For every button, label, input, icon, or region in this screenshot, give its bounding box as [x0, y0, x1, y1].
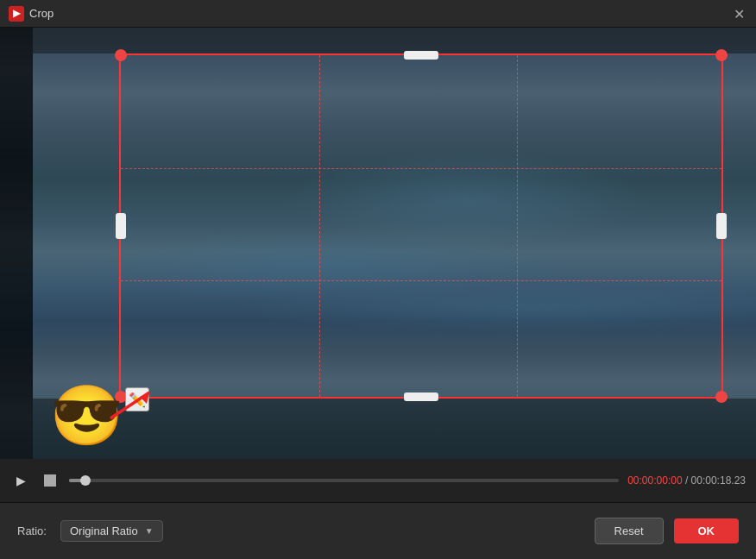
title-bar: ▶ Crop ✕ — [0, 0, 756, 28]
crop-handle-right-center[interactable] — [716, 213, 727, 239]
crop-handle-left-center[interactable] — [116, 213, 126, 239]
crop-box[interactable] — [119, 53, 723, 399]
ok-button[interactable]: OK — [674, 518, 740, 543]
time-current: 00:00:00:00 — [627, 474, 682, 487]
ratio-label: Ratio: — [17, 524, 47, 537]
ratio-dropdown[interactable]: Original Ratio ▼ — [60, 520, 163, 542]
play-button[interactable]: ▶ — [10, 470, 31, 491]
close-button[interactable]: ✕ — [730, 5, 747, 22]
crop-overlay-top — [33, 28, 756, 53]
red-arrow — [102, 388, 162, 423]
progress-thumb[interactable] — [80, 475, 91, 486]
bottom-bar: Ratio: Original Ratio ▼ Reset OK — [0, 502, 756, 559]
crop-handle-bottom-center[interactable] — [404, 393, 438, 401]
crop-handle-top-left[interactable] — [115, 49, 127, 61]
app-icon: ▶ — [9, 6, 24, 22]
dark-left-strip — [0, 28, 33, 459]
time-display: 00:00:00:00 / 00:00:18.23 — [627, 474, 746, 487]
time-total: 00:00:18.23 — [691, 474, 746, 487]
crop-handle-top-center[interactable] — [404, 51, 438, 60]
progress-bar[interactable] — [69, 479, 619, 482]
guide-v1 — [319, 55, 320, 397]
chevron-down-icon: ▼ — [145, 526, 154, 536]
guide-h2 — [121, 280, 721, 281]
crop-handle-top-right[interactable] — [715, 49, 728, 61]
reset-button[interactable]: Reset — [595, 518, 664, 544]
ratio-value: Original Ratio — [70, 524, 138, 537]
crop-handle-bottom-right[interactable] — [715, 391, 728, 403]
guide-h1 — [121, 168, 721, 169]
stop-icon — [44, 474, 56, 487]
time-separator: / — [685, 474, 691, 487]
video-area: 😎 ✏️ — [0, 28, 756, 459]
controls-bar: ▶ 00:00:00:00 / 00:00:18.23 — [0, 459, 756, 502]
window-title: Crop — [29, 7, 54, 20]
guide-v2 — [517, 55, 518, 397]
stop-button[interactable] — [40, 470, 60, 491]
